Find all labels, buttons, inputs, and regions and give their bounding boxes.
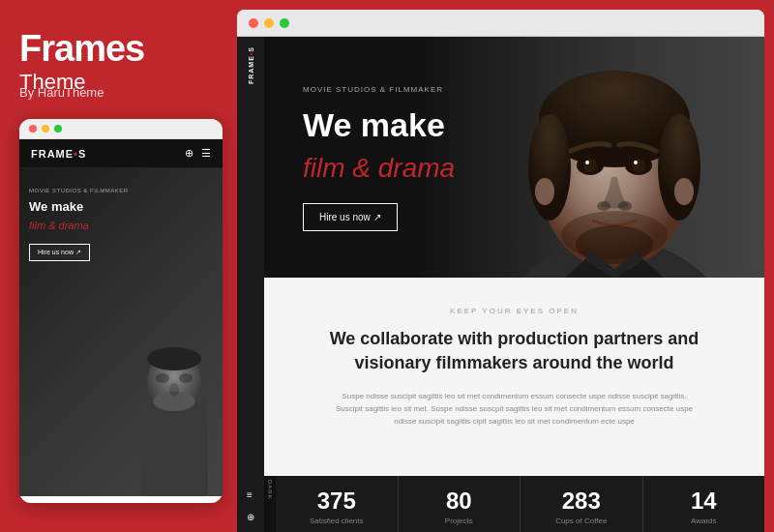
mobile-content: FRAME•S ⊕ ☰ [19, 139, 223, 496]
stat-number-coffee: 283 [530, 489, 633, 513]
svg-point-13 [535, 178, 554, 205]
svg-point-2 [147, 347, 201, 370]
stat-number-awards: 14 [653, 489, 756, 513]
svg-point-12 [658, 114, 700, 221]
section2-headline: We collaborate with production partners … [321, 327, 708, 375]
section2-eyebrow: KEEP YOUR EYES OPEN [303, 307, 726, 315]
desktop-person-svg [435, 37, 764, 278]
mobile-dot-red [29, 125, 37, 133]
desktop-browser-bar [237, 10, 764, 37]
mobile-person-svg [126, 341, 223, 496]
desktop-logo: FRAME•S [248, 46, 254, 84]
svg-point-19 [632, 159, 645, 172]
svg-point-20 [634, 161, 638, 164]
menu-icon[interactable]: ☰ [201, 147, 211, 160]
mobile-headline: We make [29, 199, 129, 216]
mobile-logo: FRAME•S [31, 148, 86, 160]
desktop-sidebar-icons: ≡ ⊕ [247, 489, 254, 522]
mobile-hero: MOVIE STUDIOS & FILMMAKER We make film &… [19, 168, 223, 496]
theme-author: By HaruTheme [19, 85, 218, 100]
search-icon[interactable]: ⊕ [185, 147, 194, 160]
mobile-tag: MOVIE STUDIOS & FILMMAKER [29, 188, 129, 193]
svg-rect-0 [140, 399, 208, 496]
desktop-headline: We make [303, 105, 455, 145]
desktop-section2: KEEP YOUR EYES OPEN We collaborate with … [264, 278, 764, 477]
mobile-mockup: FRAME•S ⊕ ☰ [19, 119, 223, 503]
svg-point-14 [674, 178, 694, 205]
svg-point-6 [169, 383, 179, 397]
desktop-subheadline: film & drama [303, 153, 455, 184]
svg-point-16 [583, 159, 597, 172]
desktop-tag: MOVIE STUDIOS & FILMMAKER [303, 85, 455, 94]
stat-item-coffee: 283 Cups of Coffee [521, 476, 643, 532]
stats-bar: Dark 375 Satisfied clients 80 Projects 2… [264, 476, 764, 532]
desktop-cta-button[interactable]: Hire us now ↗ [303, 203, 398, 231]
desktop-sidebar: FRAME•S ≡ ⊕ [237, 37, 264, 532]
section2-body: Suspe ndisse suscipit sagittis leo sit m… [331, 391, 699, 428]
left-panel: Frames Theme By HaruTheme FRAME•S ⊕ ☰ [0, 0, 237, 532]
desktop-dot-red [249, 18, 258, 28]
svg-point-11 [528, 114, 571, 221]
svg-point-4 [156, 373, 169, 383]
desktop-dot-green [280, 18, 289, 28]
mobile-browser-bar [19, 119, 223, 139]
mobile-dot-yellow [42, 125, 49, 133]
stat-label-clients: Satisfied clients [285, 517, 388, 525]
stat-label-coffee: Cups of Coffee [530, 517, 633, 525]
desktop-hero-content: MOVIE STUDIOS & FILMMAKER We make film &… [303, 85, 455, 231]
theme-heading: Frames Theme By HaruTheme [19, 29, 218, 100]
sidebar-search-icon[interactable]: ⊕ [247, 512, 254, 522]
desktop-hero: MOVIE STUDIOS & FILMMAKER We make film &… [264, 37, 764, 278]
stat-item-projects: 80 Projects [399, 476, 521, 532]
stat-item-awards: 14 Awards [643, 476, 765, 532]
desktop-dot-yellow [264, 18, 274, 28]
desktop-content: FRAME•S ≡ ⊕ [237, 37, 764, 532]
svg-point-5 [179, 373, 193, 383]
svg-point-17 [585, 161, 589, 164]
stat-number-clients: 375 [285, 489, 388, 513]
dark-label: Dark [264, 476, 276, 532]
mobile-dot-green [54, 125, 62, 133]
mobile-hero-content: MOVIE STUDIOS & FILMMAKER We make film &… [29, 188, 129, 261]
svg-point-22 [618, 201, 632, 211]
mobile-nav: FRAME•S ⊕ ☰ [19, 139, 223, 168]
mobile-cta-button[interactable]: Hire us now ↗ [29, 244, 90, 261]
stat-number-projects: 80 [408, 489, 511, 513]
desktop-main: MOVIE STUDIOS & FILMMAKER We make film &… [264, 37, 764, 532]
desktop-mockup: FRAME•S ≡ ⊕ [237, 10, 764, 532]
desktop-logo-dot: • [248, 52, 254, 55]
mobile-nav-icons: ⊕ ☰ [185, 147, 211, 160]
mobile-subheadline: film & drama [29, 220, 129, 231]
svg-point-21 [597, 201, 610, 211]
theme-title: Frames [19, 29, 218, 70]
stat-label-projects: Projects [408, 517, 511, 525]
stat-item-clients: 375 Satisfied clients [276, 476, 399, 532]
sidebar-menu-icon[interactable]: ≡ [247, 489, 254, 500]
stat-label-awards: Awards [653, 517, 756, 525]
